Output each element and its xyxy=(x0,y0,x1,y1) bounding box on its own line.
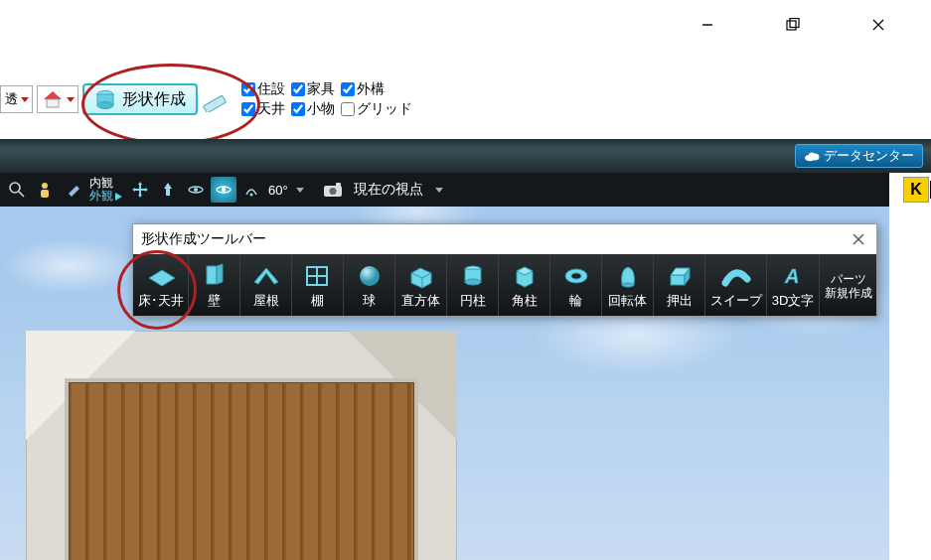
pushpin-icon[interactable] xyxy=(155,177,181,203)
house-dropdown[interactable] xyxy=(37,85,78,113)
checkbox-grid[interactable]: グリッド xyxy=(341,100,412,118)
svg-marker-5 xyxy=(21,97,29,102)
camera-icon[interactable] xyxy=(320,177,346,203)
svg-point-11 xyxy=(97,102,113,109)
svg-line-17 xyxy=(19,192,24,197)
svg-marker-36 xyxy=(217,264,223,284)
cylinder-icon xyxy=(94,88,116,110)
svg-marker-6 xyxy=(44,91,62,99)
tool-wall[interactable]: 壁 xyxy=(189,255,240,316)
checkbox-accessory[interactable]: 小物 xyxy=(291,100,335,118)
checkbox-furniture[interactable]: 家具 xyxy=(291,80,335,98)
view-mode-toggle[interactable]: 内観 外観 xyxy=(87,177,125,203)
tool-sphere[interactable]: 球 xyxy=(344,255,395,316)
svg-marker-8 xyxy=(67,97,75,102)
minimize-button[interactable] xyxy=(685,10,730,40)
roof-icon xyxy=(250,262,282,290)
svg-rect-35 xyxy=(207,266,217,284)
svg-marker-21 xyxy=(164,183,172,196)
shape-create-label: 形状作成 xyxy=(122,89,186,110)
extrude-icon xyxy=(664,262,696,290)
svg-rect-2 xyxy=(790,19,799,28)
view-toolbar: 内観 外観 60° 現在の視点 xyxy=(0,173,889,207)
viewpoint-label: 現在の視点 xyxy=(348,181,429,199)
fov-icon[interactable] xyxy=(238,177,264,203)
tool-extrude[interactable]: 押出 xyxy=(654,255,705,316)
close-icon[interactable] xyxy=(849,229,868,249)
shape-tool-row: 床･天井 壁 屋根 棚 球 直方体 円柱 角柱 xyxy=(133,254,876,316)
exterior-label: 外観 xyxy=(89,190,113,203)
svg-marker-20 xyxy=(115,193,122,201)
model-frame-bevel xyxy=(65,378,418,560)
search-icon[interactable] xyxy=(4,177,30,203)
cylinder-icon xyxy=(457,262,489,290)
tool-sweep[interactable]: スイープ xyxy=(705,255,767,316)
tool-cuboid[interactable]: 直方体 xyxy=(395,255,447,316)
svg-point-16 xyxy=(10,183,20,193)
transparency-dropdown[interactable]: 透 xyxy=(0,85,33,113)
svg-rect-30 xyxy=(336,183,341,187)
tool-roof[interactable]: 屋根 xyxy=(240,255,292,316)
model-wood-panel xyxy=(69,382,414,560)
checkbox-exterior[interactable]: 外構 xyxy=(341,80,412,98)
svg-point-53 xyxy=(622,283,634,287)
revolve-icon xyxy=(612,262,644,290)
torus-icon xyxy=(560,262,592,290)
secondary-bar: データセンター xyxy=(0,139,931,173)
display-checkbox-grid: 住設 家具 外構 天井 小物 グリッド xyxy=(241,80,412,118)
svg-rect-1 xyxy=(787,21,796,30)
window-controls xyxy=(685,10,931,40)
floor-icon xyxy=(145,262,177,290)
tool-floor-ceiling[interactable]: 床･天井 xyxy=(133,255,189,316)
shelf-icon xyxy=(302,262,334,290)
close-button[interactable] xyxy=(855,10,901,40)
sweep-icon xyxy=(720,262,752,290)
svg-marker-27 xyxy=(296,188,304,193)
svg-rect-12 xyxy=(203,95,226,112)
svg-point-23 xyxy=(194,188,198,192)
tool-shelf[interactable]: 棚 xyxy=(292,255,344,316)
svg-point-26 xyxy=(250,194,253,197)
checkbox-ceiling[interactable]: 天井 xyxy=(241,100,285,118)
sphere-icon xyxy=(354,262,386,290)
svg-point-29 xyxy=(329,188,336,195)
move-icon[interactable] xyxy=(127,177,153,203)
house-icon xyxy=(42,89,64,109)
svg-marker-34 xyxy=(149,270,175,286)
play-icon xyxy=(113,192,123,202)
app-logo-k: K xyxy=(903,177,929,203)
svg-point-25 xyxy=(222,188,226,192)
tool-torus[interactable]: 輪 xyxy=(550,255,602,316)
shape-create-button[interactable]: 形状作成 xyxy=(82,83,198,115)
data-center-button[interactable]: データセンター xyxy=(795,144,923,168)
svg-text:A: A xyxy=(784,265,799,287)
svg-point-41 xyxy=(360,266,380,286)
orbit-selected-icon[interactable] xyxy=(211,177,236,203)
tool-3d-text[interactable]: A 3D文字 xyxy=(767,255,820,316)
svg-point-15 xyxy=(809,153,815,158)
ruler-icon[interactable] xyxy=(202,86,228,112)
tool-prism[interactable]: 角柱 xyxy=(499,255,550,316)
fov-dropdown[interactable] xyxy=(292,177,308,203)
wall-icon xyxy=(199,262,231,290)
viewpoint-dropdown[interactable] xyxy=(431,177,447,203)
data-center-label: データセンター xyxy=(824,147,914,165)
tool-revolve[interactable]: 回転体 xyxy=(602,255,654,316)
orbit-icon[interactable] xyxy=(183,177,209,203)
top-toolbar: 透 形状作成 住設 家具 外構 天井 小物 グリッド xyxy=(0,79,412,119)
svg-point-48 xyxy=(465,279,481,285)
cuboid-icon xyxy=(405,262,437,290)
checkbox-residence[interactable]: 住設 xyxy=(241,80,285,98)
wrench-icon[interactable] xyxy=(60,177,85,203)
tool-cylinder[interactable]: 円柱 xyxy=(447,255,499,316)
tool-parts-new[interactable]: パーツ 新規作成 xyxy=(820,255,876,316)
text-3d-icon: A xyxy=(777,262,809,290)
caret-down-icon xyxy=(18,92,32,106)
caret-down-icon xyxy=(64,92,78,106)
maximize-button[interactable] xyxy=(770,10,816,40)
person-icon[interactable] xyxy=(32,177,58,203)
shape-toolbar-window: 形状作成ツールバー 床･天井 壁 屋根 棚 球 直方体 xyxy=(132,223,877,317)
svg-rect-7 xyxy=(47,99,59,107)
fov-angle: 60° xyxy=(266,183,290,198)
prism-icon xyxy=(509,262,541,290)
